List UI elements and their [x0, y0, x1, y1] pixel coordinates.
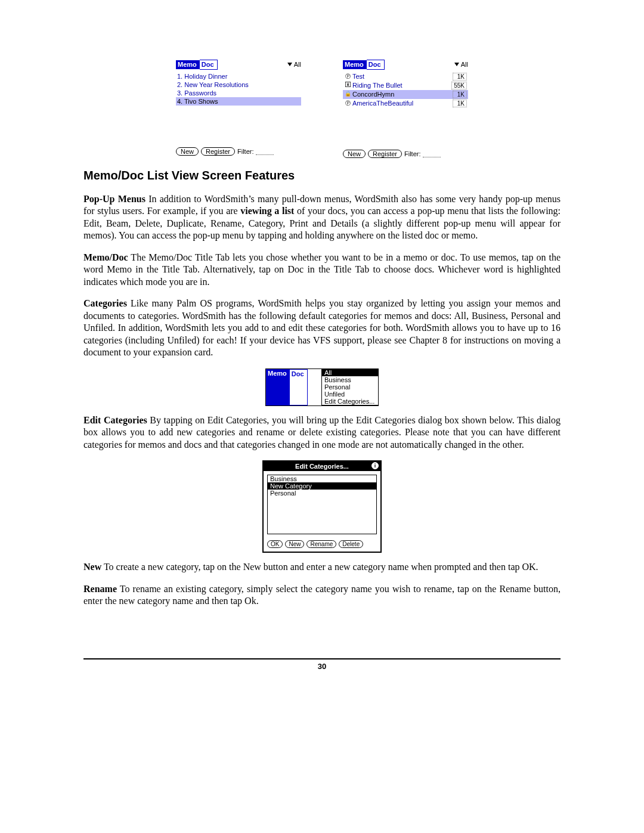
doc-type-icon: 🅆 [344, 82, 351, 89]
paragraph-memodoc: Memo/Doc The Memo/Doc Title Tab lets you… [83, 252, 561, 288]
register-button[interactable]: Register [201, 147, 235, 156]
paragraph-rename: Rename To rename an existing category, s… [83, 583, 561, 608]
tab-memo[interactable]: Memo [343, 60, 367, 69]
doc-list-screenshot: Memo Doc All Ⓟ Test 1K 🅆 Riding The Bull… [343, 60, 468, 158]
filter-input[interactable] [423, 150, 441, 157]
dropdown-option[interactable]: Business [322, 376, 378, 383]
register-button[interactable]: Register [368, 150, 402, 158]
delete-button[interactable]: Delete [339, 540, 363, 548]
paragraph-edit-categories: Edit Categories By tapping on Edit Categ… [83, 414, 561, 451]
new-button[interactable]: New [176, 147, 199, 156]
category-dropdown[interactable]: All [287, 61, 301, 68]
dialog-title: Edit Categories... i [264, 462, 380, 471]
dropdown-option[interactable]: Edit Categories... [322, 398, 378, 405]
list-item[interactable]: 2. New Year Resolutions [176, 80, 301, 89]
filter-label: Filter: [237, 148, 254, 155]
doc-size: 55K [451, 82, 467, 89]
section-heading: Memo/Doc List View Screen Features [83, 169, 561, 182]
list-item[interactable]: 1. Holiday Dinner [176, 72, 301, 80]
rename-button[interactable]: Rename [306, 540, 336, 548]
chevron-down-icon [454, 63, 459, 66]
list-item[interactable]: 3. Passwords [176, 89, 301, 97]
tab-doc[interactable]: Doc [290, 369, 308, 405]
filter-label: Filter: [404, 150, 421, 157]
memo-list-screenshot: Memo Doc All 1. Holiday Dinner 2. New Ye… [176, 60, 301, 158]
category-label: All [294, 61, 301, 68]
tab-doc[interactable]: Doc [200, 60, 218, 70]
category-dropdown-open[interactable]: All Business Personal Unfiled Edit Categ… [321, 369, 378, 405]
doc-size: 1K [453, 91, 467, 98]
doc-type-icon: Ⓟ [344, 100, 351, 107]
list-item[interactable]: Ⓟ AmericaTheBeautiful 1K [343, 99, 468, 108]
dropdown-option-selected[interactable]: All [322, 369, 378, 376]
list-item-selected[interactable]: 4. Tivo Shows [176, 97, 301, 106]
page-footer: 30 [83, 658, 561, 671]
filter-input[interactable] [256, 148, 274, 155]
chevron-down-icon [287, 63, 292, 66]
paragraph-new: New To create a new category, tap on the… [83, 561, 561, 573]
new-button[interactable]: New [343, 150, 366, 158]
new-button[interactable]: New [285, 540, 304, 548]
category-dropdown[interactable]: All [454, 61, 468, 68]
doc-type-icon: Ⓟ [344, 73, 351, 80]
dropdown-option[interactable]: Personal [322, 383, 378, 391]
palm-screenshot-row: Memo Doc All 1. Holiday Dinner 2. New Ye… [83, 60, 561, 158]
doc-size: 1K [453, 73, 467, 80]
ok-button[interactable]: OK [267, 540, 283, 548]
edit-categories-dialog: Edit Categories... i Business New Catego… [262, 460, 382, 553]
category-list[interactable]: Business New Category Personal [267, 475, 377, 534]
category-label: All [461, 61, 468, 68]
tab-doc[interactable]: Doc [367, 60, 385, 70]
list-item[interactable]: Ⓟ Test 1K [343, 72, 468, 81]
list-item-selected[interactable]: 🔒 ConcordHymn 1K [343, 90, 468, 99]
list-item[interactable]: Business [268, 475, 376, 482]
list-item[interactable]: Personal [268, 490, 376, 497]
paragraph-categories: Categories Like many Palm OS programs, W… [83, 298, 561, 358]
tab-memo[interactable]: Memo [176, 60, 200, 69]
list-item-selected[interactable]: New Category [268, 482, 376, 490]
paragraph-popup-menus: Pop-Up Menus In addition to WordSmith’s … [83, 193, 561, 242]
category-dropdown-screenshot: Memo Doc All Business Personal Unfiled E… [265, 368, 379, 406]
list-item[interactable]: 🅆 Riding The Bullet 55K [343, 81, 468, 90]
doc-size: 1K [453, 100, 467, 107]
info-icon[interactable]: i [371, 462, 379, 469]
tab-memo[interactable]: Memo [266, 369, 290, 405]
lock-icon: 🔒 [344, 91, 351, 98]
dropdown-option[interactable]: Unfiled [322, 391, 378, 398]
page-number: 30 [318, 662, 326, 671]
